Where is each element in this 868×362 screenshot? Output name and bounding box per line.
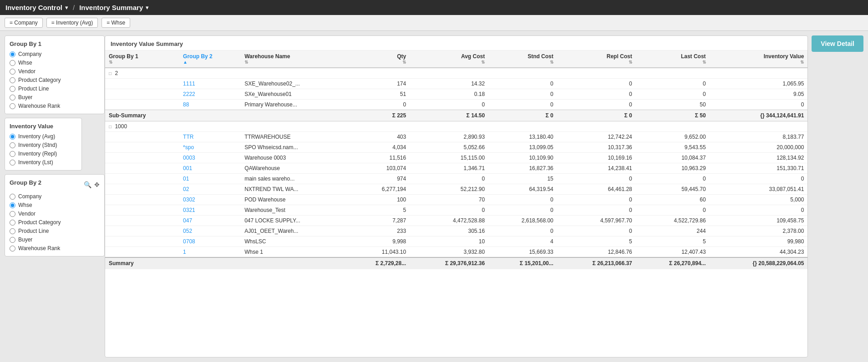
table-row: 047 047 LOCKE SUPPLY... 7,287 4,472,528.… xyxy=(105,216,807,226)
group-by-2-title: Group By 2 xyxy=(10,179,41,186)
gb2-warehouse-rank[interactable]: Warehouse Rank xyxy=(10,245,100,251)
gb1-whse[interactable]: Whse xyxy=(10,60,100,66)
app-title-dropdown[interactable]: ▾ xyxy=(65,4,68,11)
group-by-2-header: Group By 2 🔍 ✥ xyxy=(10,179,100,190)
group2-cell: 2222 xyxy=(179,89,241,100)
table-row: 0003 Warehouse 0003 11,516 15,115.00 10,… xyxy=(105,153,807,163)
table-row: *spo SPO Whseicsd.nam... 4,034 5,052.66 … xyxy=(105,142,807,153)
app-title: Inventory Control xyxy=(5,4,62,11)
gb1-product-line[interactable]: Product Line xyxy=(10,85,100,92)
table-row: □ 1000 xyxy=(105,121,807,132)
table-row: 001 QAWarehouse 103,074 1,346.71 16,827.… xyxy=(105,163,807,174)
gb1-product-category[interactable]: Product Category xyxy=(10,77,100,83)
col-avg-cost[interactable]: Avg Cost⇅ xyxy=(410,50,488,68)
col-group1[interactable]: Group By 1⇅ xyxy=(105,50,179,68)
collapse-icon[interactable]: □ xyxy=(109,71,112,76)
col-qty[interactable]: Qty⇅ xyxy=(346,50,410,68)
inventory-table: Group By 1⇅ Group By 2▲ Warehouse Name⇅ … xyxy=(105,50,807,269)
inventory-value-panel: Inventory Value Inventory (Avg) Inventor… xyxy=(5,118,82,171)
iv-repl[interactable]: Inventory (Repl) xyxy=(10,151,77,157)
group-by-2-options: Company Whse Vendor Product Category Pro… xyxy=(10,193,100,251)
group2-cell: 1111 xyxy=(179,79,241,89)
table-row: 1111 SXE_Warehouse02_... 174 14.32 0 0 0… xyxy=(105,79,807,89)
main-content: Group By 1 Company Whse Vendor Product C… xyxy=(0,31,868,362)
iv-lst[interactable]: Inventory (Lst) xyxy=(10,159,77,166)
search-icon[interactable]: 🔍 xyxy=(84,181,91,188)
col-last-cost[interactable]: Last Cost⇅ xyxy=(636,50,710,68)
table-row: TTR TTRWAREHOUSE 403 2,890.93 13,180.40 … xyxy=(105,132,807,142)
group-by-2-panel: Group By 2 🔍 ✥ Company Whse Vendor Produ… xyxy=(5,174,105,256)
page-title: Inventory Summary xyxy=(79,4,143,11)
gb2-company[interactable]: Company xyxy=(10,193,100,200)
filter-company[interactable]: = Company xyxy=(5,18,43,28)
table-row: 0302 POD Warehouse 100 70 0 0 60 5,000 xyxy=(105,195,807,205)
col-group2[interactable]: Group By 2▲ xyxy=(179,50,241,68)
sub-summary-row: Sub-Summary Σ 225 Σ 14.50 Σ 0 Σ 0 Σ 50 {… xyxy=(105,110,807,121)
header-separator: / xyxy=(73,4,75,11)
iv-avg[interactable]: Inventory (Avg) xyxy=(10,133,77,140)
gb1-company[interactable]: Company xyxy=(10,51,100,57)
app-header: Inventory Control ▾ / Inventory Summary … xyxy=(0,0,868,15)
col-inv-value[interactable]: Inventory Value⇅ xyxy=(710,50,808,68)
group2-cell: 88 xyxy=(179,100,241,110)
gb2-whse[interactable]: Whse xyxy=(10,202,100,208)
col-stnd-cost[interactable]: Stnd Cost⇅ xyxy=(488,50,557,68)
inventory-value-options: Inventory (Avg) Inventory (Stnd) Invento… xyxy=(10,133,77,166)
iv-stnd[interactable]: Inventory (Stnd) xyxy=(10,142,77,148)
group2-cell xyxy=(179,68,241,79)
table-panel-title: Inventory Value Summary xyxy=(105,36,807,50)
gb2-vendor[interactable]: Vendor xyxy=(10,211,100,217)
col-warehouse[interactable]: Warehouse Name⇅ xyxy=(241,50,346,68)
col-repl-cost[interactable]: Repl Cost⇅ xyxy=(557,50,636,68)
table-container[interactable]: Group By 1⇅ Group By 2▲ Warehouse Name⇅ … xyxy=(105,50,807,357)
group-by-1-options: Company Whse Vendor Product Category Pro… xyxy=(10,51,100,109)
expand-icon[interactable]: ✥ xyxy=(94,181,100,188)
table-row: 88 Primary Warehouse... 0 0 0 0 50 0 xyxy=(105,100,807,110)
table-row: 0321 Warehouse_Test 5 0 0 0 0 0 xyxy=(105,205,807,216)
gb2-product-line[interactable]: Product Line xyxy=(10,228,100,234)
table-panel: Inventory Value Summary Group By 1⇅ Grou… xyxy=(105,35,808,357)
table-row: 1 Whse 1 11,043.10 3,932.80 15,669.33 12… xyxy=(105,247,807,258)
page-title-dropdown[interactable]: ▾ xyxy=(146,4,149,11)
group1-cell: □ 2 xyxy=(105,68,179,79)
table-row: 01 main sales wareho... 974 0 15 0 0 0 xyxy=(105,174,807,184)
inventory-value-title: Inventory Value xyxy=(10,123,77,130)
collapse-icon[interactable]: □ xyxy=(109,124,112,129)
table-row: 052 AJ01_OEET_Wareh... 233 305.16 0 0 24… xyxy=(105,226,807,236)
table-row: □ 2 xyxy=(105,68,807,79)
left-column: Group By 1 Company Whse Vendor Product C… xyxy=(5,35,105,357)
table-row: 2222 SXe_Warehouse01 51 0.18 0 0 0 9.05 xyxy=(105,89,807,100)
gb1-warehouse-rank[interactable]: Warehouse Rank xyxy=(10,103,100,109)
group1-cell: □ 1000 xyxy=(105,121,179,132)
filter-bar: = Company = Inventory (Avg) = Whse xyxy=(0,15,868,31)
gb2-buyer[interactable]: Buyer xyxy=(10,236,100,243)
warehouse-cell xyxy=(241,68,346,79)
filter-whse[interactable]: = Whse xyxy=(102,18,130,28)
filter-inventory-avg[interactable]: = Inventory (Avg) xyxy=(46,18,98,28)
summary-row: Summary Σ 2,729,28... Σ 29,376,912.36 Σ … xyxy=(105,257,807,269)
table-row: 02 NXTREND TWL WA... 6,277,194 52,212.90… xyxy=(105,184,807,195)
group-by-2-icons: 🔍 ✥ xyxy=(84,181,100,188)
group-by-1-panel: Group By 1 Company Whse Vendor Product C… xyxy=(5,35,105,114)
gb1-buyer[interactable]: Buyer xyxy=(10,94,100,101)
gb1-vendor[interactable]: Vendor xyxy=(10,68,100,75)
view-detail-button[interactable]: View Detail xyxy=(812,35,863,52)
group-by-1-title: Group By 1 xyxy=(10,40,100,47)
table-row: 0708 WhsLSC 9,998 10 4 5 5 99,980 xyxy=(105,236,807,247)
gb2-product-category[interactable]: Product Category xyxy=(10,219,100,226)
